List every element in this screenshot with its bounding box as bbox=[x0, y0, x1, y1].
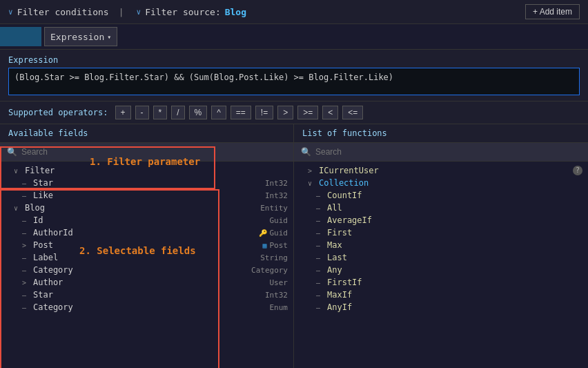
filter-like-label: Like bbox=[33, 191, 262, 200]
countif-dash: — bbox=[316, 192, 324, 200]
expression-input[interactable]: (Blog.Star >= Blog.Filter.Star) && (Sum(… bbox=[8, 68, 580, 95]
averageif-label: AverageIf bbox=[327, 215, 582, 225]
tree-item-collection-group[interactable]: ∨ Collection bbox=[294, 177, 588, 189]
filter-source: ∨ Filter source: Blog bbox=[137, 7, 247, 17]
op-equals[interactable]: == bbox=[231, 106, 251, 119]
filter-source-value[interactable]: Blog bbox=[225, 7, 246, 17]
last-label: Last bbox=[327, 253, 582, 262]
blog-star-dash: — bbox=[22, 291, 30, 299]
blog-authorid-label: AuthorId bbox=[33, 228, 256, 238]
blog-label-type: String bbox=[260, 253, 288, 262]
tree-item-blog-post[interactable]: > Post ▦ Post bbox=[0, 239, 293, 251]
blog-category2-type: Enum bbox=[270, 303, 288, 312]
left-search-icon: 🔍 bbox=[7, 147, 17, 157]
countif-label: CountIf bbox=[327, 191, 582, 200]
tree-item-blog-category[interactable]: — Category Category bbox=[0, 264, 293, 276]
op-notequals[interactable]: != bbox=[255, 106, 273, 119]
blog-author-chevron-icon: > bbox=[22, 279, 30, 287]
add-item-button[interactable]: + Add item bbox=[525, 4, 580, 19]
expression-label: Expression bbox=[8, 55, 580, 65]
op-multiply[interactable]: * bbox=[153, 106, 168, 119]
tree-item-blog-author[interactable]: > Author User bbox=[0, 276, 293, 289]
firstif-label: FirstIf bbox=[327, 278, 582, 287]
blog-authorid-type: Guid bbox=[270, 229, 288, 238]
op-modulo[interactable]: % bbox=[189, 106, 208, 119]
expression-text: (Blog.Star >= Blog.Filter.Star) && (Sum(… bbox=[14, 72, 393, 82]
first-label: First bbox=[327, 228, 582, 238]
op-lte[interactable]: <= bbox=[342, 106, 363, 119]
blog-star-type: Int32 bbox=[265, 291, 288, 300]
expression-dropdown[interactable]: Expression ▾ bbox=[44, 27, 117, 46]
left-search-box: 🔍 bbox=[0, 143, 293, 162]
op-divide[interactable]: / bbox=[171, 106, 184, 119]
all-dash: — bbox=[316, 204, 324, 212]
max-label: Max bbox=[327, 240, 582, 250]
tree-item-blog-authorid[interactable]: — AuthorId 🔑 Guid bbox=[0, 226, 293, 239]
operators-row: Supported operators: + - * / % ^ == != >… bbox=[0, 101, 588, 124]
blue-tab bbox=[0, 27, 41, 46]
second-row: Expression ▾ bbox=[0, 24, 588, 50]
blog-category-dash: — bbox=[22, 267, 30, 274]
maxif-label: MaxIf bbox=[327, 290, 582, 300]
first-dash: — bbox=[316, 229, 324, 237]
expression-area: Expression (Blog.Star >= Blog.Filter.Sta… bbox=[0, 50, 588, 101]
left-panel: Available fields 🔍 ∨ Filter — Star Int32… bbox=[0, 124, 294, 368]
blog-category2-dash: — bbox=[22, 304, 30, 311]
tree-item-first[interactable]: — First bbox=[294, 226, 588, 239]
collection-chevron-icon: ∨ bbox=[308, 180, 316, 187]
blog-label-dash: — bbox=[22, 254, 30, 262]
blog-group-type: Entity bbox=[260, 204, 288, 213]
tree-item-max[interactable]: — Max bbox=[294, 239, 588, 251]
tree-item-filter-star[interactable]: — Star Int32 bbox=[0, 177, 293, 189]
collection-group-label: Collection bbox=[319, 178, 582, 188]
right-search-input[interactable] bbox=[315, 147, 581, 157]
add-item-label: + Add item bbox=[533, 7, 572, 17]
tree-item-averageif[interactable]: — AverageIf bbox=[294, 214, 588, 226]
blog-post-chevron-icon: > bbox=[22, 242, 30, 249]
blog-chevron-icon: ∨ bbox=[14, 204, 22, 212]
op-gte[interactable]: >= bbox=[297, 106, 318, 119]
tree-item-maxif[interactable]: — MaxIf bbox=[294, 289, 588, 301]
blog-category-label: Category bbox=[33, 265, 248, 275]
left-tree-area: ∨ Filter — Star Int32 — Like Int32 ∨ Blo… bbox=[0, 162, 293, 368]
tree-item-firstif[interactable]: — FirstIf bbox=[294, 276, 588, 289]
op-caret[interactable]: ^ bbox=[211, 106, 226, 119]
tree-item-blog-star[interactable]: — Star Int32 bbox=[0, 289, 293, 301]
tree-item-blog-id[interactable]: — Id Guid bbox=[0, 214, 293, 226]
filter-source-chevron[interactable]: ∨ bbox=[137, 8, 141, 17]
blog-author-label: Author bbox=[33, 278, 267, 287]
last-dash: — bbox=[316, 254, 324, 262]
op-lt[interactable]: < bbox=[322, 106, 338, 119]
info-icon[interactable]: ? bbox=[573, 166, 582, 175]
tree-item-blog-label[interactable]: — Label String bbox=[0, 251, 293, 264]
available-fields-header: Available fields bbox=[0, 124, 293, 143]
firstif-dash: — bbox=[316, 279, 324, 287]
filter-source-label: Filter source: bbox=[145, 7, 221, 17]
tree-item-last[interactable]: — Last bbox=[294, 251, 588, 264]
op-gt[interactable]: > bbox=[277, 106, 293, 119]
left-search-input[interactable] bbox=[21, 147, 286, 157]
chevron-down-icon: ▾ bbox=[107, 33, 111, 41]
filter-group-label: Filter bbox=[25, 166, 288, 175]
tree-item-all[interactable]: — All bbox=[294, 202, 588, 214]
top-bar: ∨ Filter conditions | ∨ Filter source: B… bbox=[0, 0, 588, 24]
filter-conditions-chevron[interactable]: ∨ bbox=[8, 8, 13, 17]
tree-item-blog-group[interactable]: ∨ Blog Entity bbox=[0, 202, 293, 214]
tree-item-any[interactable]: — Any bbox=[294, 264, 588, 276]
tree-item-countif[interactable]: — CountIf bbox=[294, 189, 588, 202]
blog-authorid-dash: — bbox=[22, 229, 30, 237]
tree-item-anyif[interactable]: — AnyIf bbox=[294, 301, 588, 313]
op-minus[interactable]: - bbox=[135, 106, 149, 119]
filter-like-dash: — bbox=[22, 192, 30, 200]
blog-id-type: Guid bbox=[270, 216, 288, 225]
all-label: All bbox=[327, 203, 582, 213]
tree-item-filter-like[interactable]: — Like Int32 bbox=[0, 189, 293, 202]
tree-item-icurrentuser[interactable]: > ICurrentUser ? bbox=[294, 164, 588, 177]
op-plus[interactable]: + bbox=[115, 106, 131, 119]
anyif-dash: — bbox=[316, 304, 324, 311]
any-label: Any bbox=[327, 265, 582, 275]
tree-item-blog-category2[interactable]: — Category Enum bbox=[0, 301, 293, 313]
blog-post-label: Post bbox=[33, 240, 259, 250]
tree-item-filter-group[interactable]: ∨ Filter bbox=[0, 164, 293, 177]
maxif-dash: — bbox=[316, 291, 324, 299]
